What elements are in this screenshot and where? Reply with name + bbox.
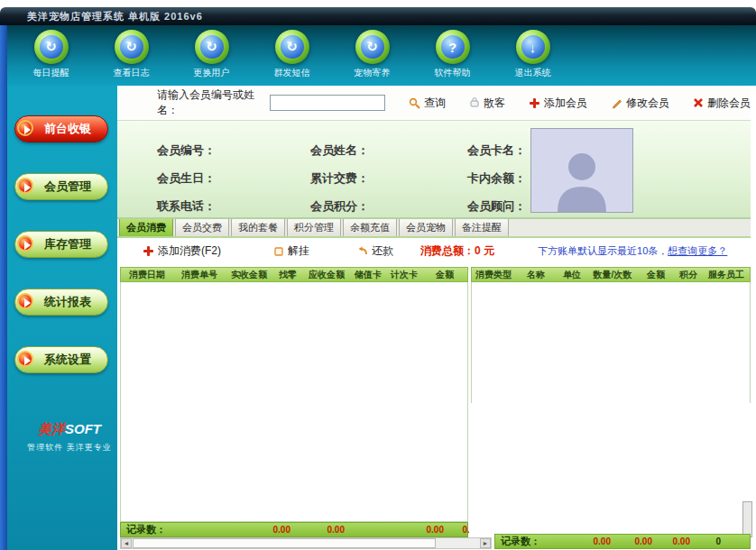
vertical-scrollbar[interactable] (742, 501, 752, 537)
query-button[interactable]: 查询 (409, 96, 446, 111)
field-birthday: 会员生日： (157, 170, 216, 187)
field-advisor: 会员顾问： (467, 198, 526, 215)
sidebar-item-label: 会员管理 (44, 179, 91, 193)
table-body-empty (120, 282, 468, 522)
scroll-left-arrow[interactable]: ◄ (121, 538, 132, 548)
member-search-bar: 请输入会员编号或姓名： 查询 散客 (117, 86, 751, 120)
log-icon: ↻ (115, 30, 149, 64)
toolbar-label: 查看日志 (91, 67, 171, 79)
tab-member-pets[interactable]: 会员宠物 (399, 217, 453, 236)
sidebar-item-label: 前台收银 (44, 122, 91, 135)
table-header-row: 消费日期 消费单号 实收金额 找零 应收金额 储值卡 计次卡 金额 (120, 267, 468, 282)
scrollbar-thumb[interactable] (133, 538, 436, 548)
return-arrow-icon (356, 246, 368, 257)
total-value: 0.00 (253, 525, 290, 535)
play-badge-icon (17, 293, 33, 309)
col-qty-times: 数量/次数 (587, 269, 638, 281)
window-left-border (0, 25, 7, 550)
toolbar-view-log[interactable]: ↻ 查看日志 (91, 30, 171, 86)
col-consume-type: 消费类型 (472, 269, 515, 281)
add-consumption-button[interactable]: 添加消费(F2) (143, 243, 221, 259)
member-photo-placeholder (530, 128, 633, 213)
help-icon: ? (436, 30, 470, 64)
record-count-label: 记录数： (495, 535, 540, 548)
scroll-right-arrow[interactable]: ► (480, 538, 491, 548)
walkin-customer-button[interactable]: 散客 (469, 96, 505, 111)
toolbar-send-sms[interactable]: ↻ 群发短信 (252, 30, 332, 86)
field-phone: 联系电话： (157, 198, 216, 215)
field-card-balance: 卡内余额： (467, 170, 526, 187)
table-header-row: 消费类型 名称 单位 数量/次数 金额 积分 服务员工 (471, 267, 751, 282)
record-count-label: 记录数： (121, 523, 166, 536)
col-unit: 单位 (557, 269, 587, 281)
field-total-paid: 累计交费： (310, 170, 369, 187)
tab-consumption[interactable]: 会员消费 (119, 217, 173, 236)
x-icon (693, 97, 704, 108)
brand-suffix: SOFT (65, 421, 101, 436)
col-order-no: 消费单号 (173, 269, 226, 281)
record-limit-hint: 下方账单默认显示最近10条，想查询更多？ (538, 244, 727, 258)
walkin-icon (469, 97, 480, 108)
col-item-name: 名称 (515, 269, 557, 281)
switch-user-icon: ↻ (195, 30, 229, 64)
table-footer-totals: 记录数： 0.00 0.00 0.00 0 (494, 534, 751, 549)
member-search-input[interactable] (270, 95, 385, 111)
col-amount: 金额 (638, 269, 674, 281)
unhang-button[interactable]: 解挂 (273, 243, 309, 259)
table-footer-totals: 记录数： 0.00 0.00 0.00 0.00 (120, 522, 468, 537)
col-change: 找零 (272, 269, 303, 281)
sidebar-nav: 前台收银 会员管理 库存管理 统计报表 系统设置 美洋SOFT 管理软件 美洋更… (7, 86, 117, 550)
col-due-amount: 应收金额 (303, 269, 350, 281)
tab-remarks-reminder[interactable]: 备注提醒 (455, 217, 509, 236)
sidebar-item-inventory[interactable]: 库存管理 (14, 231, 108, 258)
tab-payments[interactable]: 会员交费 (175, 217, 229, 236)
count-total-value: 0 (683, 536, 721, 546)
play-badge-icon (17, 120, 33, 136)
delete-member-button[interactable]: 删除会员 (693, 96, 751, 111)
toolbar-label: 每日提醒 (11, 67, 91, 79)
col-points: 积分 (674, 269, 703, 281)
sidebar-item-label: 统计报表 (44, 295, 91, 308)
tag-icon (273, 246, 284, 257)
sms-icon: ↻ (275, 30, 309, 64)
toolbar-switch-user[interactable]: ↻ 更换用户 (171, 30, 252, 86)
col-count-card: 计次卡 (386, 269, 422, 281)
tab-packages[interactable]: 我的套餐 (231, 217, 285, 236)
col-stored-card: 储值卡 (350, 269, 386, 281)
consumption-action-bar: 添加消费(F2) 解挂 还款 消费总额：0 元 下方账单默认显示最近10条，想查… (117, 238, 751, 264)
sidebar-item-cashier[interactable]: 前台收银 (14, 115, 108, 142)
add-member-button[interactable]: 添加会员 (529, 96, 587, 111)
field-points: 会员积分： (310, 198, 369, 215)
field-card-name: 会员卡名： (467, 142, 526, 159)
toolbar-label: 更换用户 (171, 67, 252, 79)
tab-balance-recharge[interactable]: 余额充值 (343, 217, 397, 236)
toolbar-label: 群发短信 (252, 67, 332, 79)
query-more-link[interactable]: 想查询更多？ (668, 245, 727, 256)
member-info-panel: 会员编号： 会员姓名： 会员卡名： 会员生日： 累计交费： 卡内余额： 联系电话… (117, 120, 751, 219)
repay-button[interactable]: 还款 (356, 243, 393, 259)
person-silhouette-icon (550, 145, 613, 212)
edit-member-button[interactable]: 修改会员 (611, 96, 669, 111)
sidebar-item-reports[interactable]: 统计报表 (14, 289, 108, 316)
toolbar-pet-boarding[interactable]: ↻ 宠物寄养 (332, 30, 412, 86)
col-paid-amount: 实收金额 (226, 269, 272, 281)
horizontal-scrollbar[interactable]: ◄ ► (120, 537, 492, 549)
toolbar-daily-reminder[interactable]: ↻ 每日提醒 (11, 30, 91, 86)
main-toolbar: ↻ 每日提醒 ↻ 查看日志 ↻ 更换用户 ↻ 群发短信 ↻ 宠物寄养 ? 软件帮… (0, 25, 756, 86)
total-value: 0.00 (573, 536, 611, 546)
plus-icon (143, 245, 154, 257)
blank-overlay-patch (469, 403, 756, 535)
toolbar-label: 软件帮助 (412, 67, 493, 79)
toolbar-label: 退出系统 (493, 67, 573, 79)
brand-tagline: 管理软件 美洋更专业 (14, 442, 124, 454)
col-consume-date: 消费日期 (121, 269, 173, 281)
sidebar-item-settings[interactable]: 系统设置 (14, 346, 108, 373)
toolbar-exit-system[interactable]: ↓ 退出系统 (493, 30, 573, 86)
app-window: 美洋宠物店管理系统 单机版 2016v6 ↻ 每日提醒 ↻ 查看日志 ↻ 更换用… (0, 0, 756, 550)
sidebar-item-members[interactable]: 会员管理 (14, 173, 108, 200)
sidebar-item-label: 库存管理 (44, 237, 91, 251)
toolbar-help[interactable]: ? 软件帮助 (412, 30, 493, 86)
col-service-staff: 服务员工 (703, 269, 750, 281)
tab-points[interactable]: 积分管理 (287, 217, 341, 236)
total-value: 0.00 (406, 525, 444, 535)
